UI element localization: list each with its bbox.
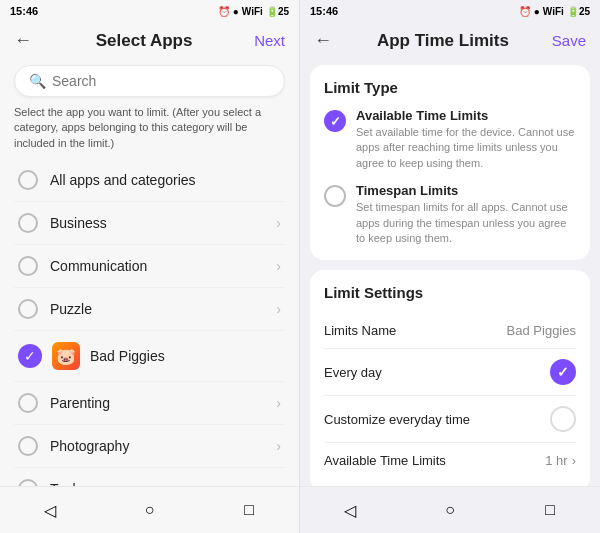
- time-right: 15:46: [310, 5, 338, 17]
- bluetooth-icon: ●: [233, 6, 239, 17]
- hint-text: Select the app you want to limit. (After…: [0, 105, 299, 159]
- row-label-customize: Customize everyday time: [324, 412, 470, 427]
- limits-name-row: Limits Name Bad Piggies: [324, 313, 576, 349]
- recents-nav-button[interactable]: □: [236, 497, 262, 523]
- row-label-time-limits: Available Time Limits: [324, 453, 446, 468]
- limits-name-label: Limits Name: [324, 323, 396, 338]
- recents-nav-button-r[interactable]: □: [537, 497, 563, 523]
- back-button-left[interactable]: ←: [14, 30, 34, 51]
- radio-timespan: [324, 185, 346, 207]
- next-button[interactable]: Next: [254, 32, 285, 49]
- chevron-right-icon: ›: [276, 438, 281, 454]
- limits-name-value: Bad Piggies: [507, 323, 576, 338]
- wifi-icon-r: WiFi: [543, 6, 564, 17]
- back-button-right[interactable]: ←: [314, 30, 334, 51]
- app-list: All apps and categories Business › Commu…: [0, 159, 299, 486]
- item-label-communication: Communication: [50, 258, 276, 274]
- status-bar-left: 15:46 ⏰ ● WiFi 🔋25: [0, 0, 299, 22]
- status-icons-left: ⏰ ● WiFi 🔋25: [218, 6, 289, 17]
- list-item[interactable]: Tools ›: [14, 468, 285, 486]
- left-header: ← Select Apps Next: [0, 22, 299, 59]
- search-bar: 🔍: [14, 65, 285, 97]
- settings-row-customize[interactable]: Customize everyday time: [324, 396, 576, 443]
- left-panel: 15:46 ⏰ ● WiFi 🔋25 ← Select Apps Next 🔍 …: [0, 0, 300, 533]
- opt-title-available: Available Time Limits: [356, 108, 576, 123]
- limit-type-card: Limit Type Available Time Limits Set ava…: [310, 65, 590, 260]
- item-label-puzzle: Puzzle: [50, 301, 276, 317]
- limit-settings-title: Limit Settings: [324, 284, 576, 301]
- radio-photography: [18, 436, 38, 456]
- home-nav-button[interactable]: ○: [136, 497, 162, 523]
- battery-icon: 🔋25: [266, 6, 289, 17]
- chevron-right-icon: ›: [276, 301, 281, 317]
- back-nav-button-r[interactable]: ◁: [337, 497, 363, 523]
- list-item[interactable]: Puzzle ›: [14, 288, 285, 331]
- limit-option-timespan[interactable]: Timespan Limits Set timespan limits for …: [324, 183, 576, 246]
- row-label-every-day: Every day: [324, 365, 382, 380]
- toggle-customize[interactable]: [550, 406, 576, 432]
- search-input[interactable]: [52, 73, 270, 89]
- page-title-left: Select Apps: [96, 31, 193, 51]
- item-label-parenting: Parenting: [50, 395, 276, 411]
- settings-row-time-limits[interactable]: Available Time Limits 1 hr ›: [324, 443, 576, 478]
- radio-tools: [18, 479, 38, 486]
- right-header: ← App Time Limits Save: [300, 22, 600, 59]
- app-icon-bad-piggies: 🐷: [52, 342, 80, 370]
- option-text-available: Available Time Limits Set available time…: [356, 108, 576, 171]
- bottom-nav-right: ◁ ○ □: [300, 486, 600, 533]
- radio-communication: [18, 256, 38, 276]
- radio-parenting: [18, 393, 38, 413]
- radio-puzzle: [18, 299, 38, 319]
- search-icon: 🔍: [29, 73, 46, 89]
- time-left: 15:46: [10, 5, 38, 17]
- list-item[interactable]: Business ›: [14, 202, 285, 245]
- radio-available: [324, 110, 346, 132]
- radio-business: [18, 213, 38, 233]
- status-icons-right: ⏰ ● WiFi 🔋25: [519, 6, 590, 17]
- chevron-right-icon: ›: [276, 258, 281, 274]
- chevron-right-icon: ›: [276, 215, 281, 231]
- item-label-bad-piggies: Bad Piggies: [90, 348, 281, 364]
- page-title-right: App Time Limits: [334, 31, 552, 51]
- item-label-business: Business: [50, 215, 276, 231]
- list-item[interactable]: Communication ›: [14, 245, 285, 288]
- status-bar-right: 15:46 ⏰ ● WiFi 🔋25: [300, 0, 600, 22]
- alarm-icon: ⏰: [218, 6, 230, 17]
- option-text-timespan: Timespan Limits Set timespan limits for …: [356, 183, 576, 246]
- save-button[interactable]: Save: [552, 32, 586, 49]
- wifi-icon: WiFi: [242, 6, 263, 17]
- back-nav-button[interactable]: ◁: [37, 497, 63, 523]
- content-area: Limit Type Available Time Limits Set ava…: [300, 59, 600, 486]
- home-nav-button-r[interactable]: ○: [437, 497, 463, 523]
- item-label-tools: Tools: [50, 481, 276, 486]
- list-item[interactable]: Parenting ›: [14, 382, 285, 425]
- row-value-time-limits: 1 hr ›: [545, 453, 576, 468]
- limit-option-available[interactable]: Available Time Limits Set available time…: [324, 108, 576, 171]
- alarm-icon-r: ⏰: [519, 6, 531, 17]
- right-panel: 15:46 ⏰ ● WiFi 🔋25 ← App Time Limits Sav…: [300, 0, 600, 533]
- settings-row-every-day[interactable]: Every day: [324, 349, 576, 396]
- opt-desc-available: Set available time for the device. Canno…: [356, 125, 576, 171]
- chevron-right-icon-time: ›: [572, 453, 576, 468]
- radio-all-apps: [18, 170, 38, 190]
- time-limit-value: 1 hr: [545, 453, 567, 468]
- bottom-nav-left: ◁ ○ □: [0, 486, 299, 533]
- opt-title-timespan: Timespan Limits: [356, 183, 576, 198]
- list-item[interactable]: Photography ›: [14, 425, 285, 468]
- list-item-bad-piggies[interactable]: ✓ 🐷 Bad Piggies: [14, 331, 285, 382]
- battery-icon-r: 🔋25: [567, 6, 590, 17]
- chevron-right-icon: ›: [276, 481, 281, 486]
- limit-settings-card: Limit Settings Limits Name Bad Piggies E…: [310, 270, 590, 486]
- item-label-all-apps: All apps and categories: [50, 172, 281, 188]
- checkmark-icon: ✓: [18, 344, 42, 368]
- item-label-photography: Photography: [50, 438, 276, 454]
- opt-desc-timespan: Set timespan limits for all apps. Cannot…: [356, 200, 576, 246]
- toggle-every-day[interactable]: [550, 359, 576, 385]
- limit-type-title: Limit Type: [324, 79, 576, 96]
- bluetooth-icon-r: ●: [534, 6, 540, 17]
- chevron-right-icon: ›: [276, 395, 281, 411]
- list-item[interactable]: All apps and categories: [14, 159, 285, 202]
